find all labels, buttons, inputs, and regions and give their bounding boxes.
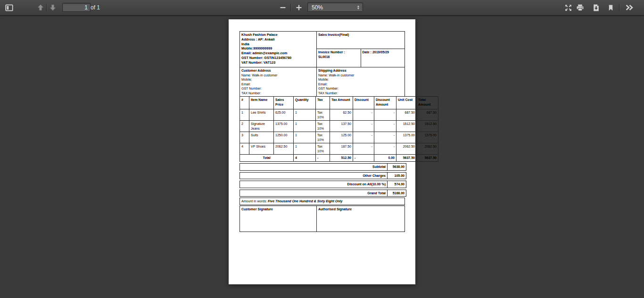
arrow-up-icon — [37, 4, 44, 11]
invoice-header-table: Khush Fashion Palace Address : AP: Ankal… — [239, 31, 405, 67]
summary-row-table: Subtotal5638.00 — [239, 163, 406, 171]
address-line: TAX Number: — [241, 91, 315, 96]
summary-label: Discount on All(10.00 %) — [240, 181, 388, 188]
company-line: India — [241, 42, 315, 47]
previous-page-button[interactable] — [34, 1, 47, 14]
bookmark-button[interactable] — [604, 1, 617, 14]
summary-row: Discount on All(10.00 %)574.00 — [240, 181, 406, 188]
customer-address-cell: Customer Address Name: Walk-in customerM… — [240, 67, 317, 97]
item-cell: 187.50 — [330, 143, 353, 155]
invoice-date: Date : 2019/05/29 — [361, 49, 405, 67]
items-total-tax: - — [316, 155, 330, 162]
item-cell: Tax 10% — [316, 132, 330, 143]
items-header-cell: Item Name — [249, 97, 274, 109]
items-header-cell: Quantity — [294, 97, 316, 109]
amount-in-words-table: Amount in words: Five Thousand One Hundr… — [239, 198, 405, 205]
items-total-quantity: 4 — [294, 155, 316, 162]
plus-icon — [296, 4, 302, 11]
bookmark-ribbon-icon — [607, 4, 614, 11]
toolbar-separator — [619, 3, 619, 12]
next-page-button[interactable] — [47, 1, 59, 14]
print-button[interactable] — [574, 1, 586, 14]
tools-menu-button[interactable] — [623, 1, 636, 14]
zoom-in-button[interactable] — [293, 1, 305, 14]
item-cell: - — [353, 121, 374, 132]
summary-label: Grand Total — [240, 190, 388, 197]
item-cell: Tax 10% — [316, 143, 330, 155]
item-cell: Tax 10% — [316, 121, 330, 132]
sidebar-toggle-icon — [5, 4, 13, 12]
item-cell: Suits — [249, 132, 274, 143]
item-cell: 4 — [240, 143, 249, 155]
address-line: Email: — [318, 82, 403, 87]
items-total-discount-amount: 0.00 — [374, 155, 396, 162]
address-line: Name: Walk-in customer — [318, 73, 403, 78]
items-header-cell: Discount — [353, 97, 374, 109]
arrow-down-icon — [49, 4, 57, 11]
item-row: 3Suits1250.001Tax 10%125.00--1375.001375… — [240, 132, 438, 143]
summary-row: Grand Total5168.00 — [240, 190, 406, 197]
items-header-cell: Unit Cost — [396, 97, 417, 109]
items-header-cell: Tax — [316, 97, 330, 109]
item-cell: 3 — [240, 132, 249, 143]
download-button[interactable] — [590, 1, 602, 14]
summary-row-table: Grand Total5168.00 — [239, 190, 406, 197]
item-cell: 1 — [294, 132, 316, 143]
item-cell: - — [374, 121, 396, 132]
authorised-signature-cell: Authorised Signature — [317, 206, 405, 232]
items-table: #Item NameSales PriceQuantityTaxTax Amou… — [239, 96, 438, 162]
invoice-title: Sales Invoice(Final) — [317, 32, 405, 49]
address-table: Customer Address Name: Walk-in customerM… — [239, 67, 405, 97]
invoice-number-cell: Invoice Number : SL0016 — [317, 49, 361, 67]
address-line: Mobile: — [318, 77, 403, 82]
amount-in-words-cell: Amount in words: Five Thousand One Hundr… — [240, 198, 405, 205]
toolbar-separator — [290, 3, 291, 12]
item-cell: 1 — [294, 121, 316, 132]
company-line: Address : AP: Ankali — [241, 37, 315, 42]
zoom-select[interactable]: 50% ▲▼ — [307, 2, 363, 12]
summary-row: Other Charges105.00 — [240, 172, 406, 179]
summary-value: 574.00 — [388, 181, 406, 188]
select-spinner-icon: ▲▼ — [357, 3, 360, 12]
address-line: GST Number: — [318, 86, 403, 91]
summary-value: 5168.00 — [388, 190, 406, 197]
item-row: 2Signature Jeans1375.001Tax 10%137.50--1… — [240, 121, 438, 132]
address-line: GST Number: — [241, 86, 315, 91]
item-row: 4VP Shoes2062.501Tax 10%187.50--2062.502… — [240, 143, 438, 155]
item-cell: 1 — [240, 109, 249, 121]
item-cell: 2062.50 — [274, 143, 294, 155]
item-row: 1Lee Shirts625.001Tax 10%62.50--687.5068… — [240, 109, 438, 121]
presentation-mode-button[interactable] — [562, 1, 574, 14]
toggle-sidebar-button[interactable] — [3, 1, 15, 14]
items-total-tax-amount: 512.50 — [330, 155, 353, 162]
items-total-unit-cost: 5637.50 — [396, 155, 417, 162]
item-cell: 1 — [294, 109, 316, 121]
item-cell: 2062.50 — [417, 143, 438, 155]
item-cell: Lee Shirts — [249, 109, 274, 121]
items-header-cell: # — [240, 97, 249, 109]
address-line: Mobile: — [241, 77, 315, 82]
summary-label: Subtotal — [240, 164, 388, 171]
document-download-icon — [592, 4, 600, 12]
item-cell: 2 — [240, 121, 249, 132]
zoom-out-button[interactable] — [277, 1, 289, 14]
item-cell: - — [353, 132, 374, 143]
pdf-page: Khush Fashion Palace Address : AP: Ankal… — [229, 19, 415, 284]
amount-in-words-label: Amount in words: — [241, 199, 267, 203]
page-number-input[interactable] — [62, 3, 91, 12]
items-total-row: Total4-512.50-0.005637.505637.50 — [240, 155, 438, 162]
summary-row: Subtotal5638.00 — [240, 164, 406, 171]
page-count-label: of 1 — [91, 0, 100, 15]
address-line: Email: — [241, 82, 315, 87]
item-cell: 1375.00 — [274, 121, 294, 132]
customer-address-title: Customer Address — [241, 68, 315, 73]
company-line: GST Number: GSTIN123456780 — [241, 56, 315, 60]
summary-label: Other Charges — [240, 172, 388, 179]
expand-arrows-icon — [564, 4, 572, 12]
item-cell: 1512.50 — [417, 121, 438, 132]
item-cell: 1250.00 — [274, 132, 294, 143]
items-total-label: Total — [240, 155, 294, 162]
item-cell: 2062.50 — [396, 143, 417, 155]
summary-value: 5638.00 — [388, 164, 406, 171]
item-cell: - — [353, 143, 374, 155]
